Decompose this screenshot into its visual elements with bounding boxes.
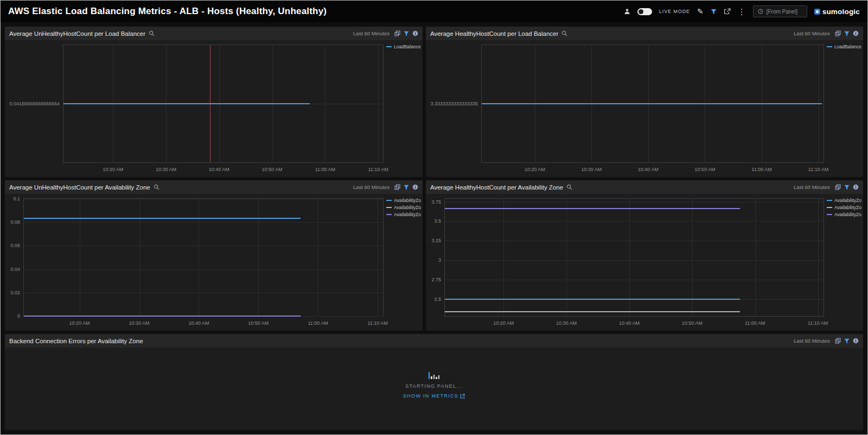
time-range-label: Last 60 Minutes [794, 30, 830, 36]
search-icon[interactable] [561, 30, 567, 36]
sumologic-logo-mark [814, 9, 820, 15]
time-range-input[interactable]: [From Panel] [753, 5, 807, 17]
chart-healthy-per-az[interactable]: 10:20 AM10:30 AM10:40 AM10:50 AM11:00 AM… [426, 194, 863, 331]
chart-unhealthy-per-lb[interactable]: 10:20 AM10:30 AM10:40 AM10:50 AM11:00 AM… [5, 40, 423, 177]
filter-icon[interactable] [711, 9, 717, 15]
legend-item[interactable]: AvailabilityZor [386, 212, 421, 217]
gridline [445, 241, 824, 241]
panel-healthy-hostcount-per-load-balancer: Average HealthyHostCount per Load Balanc… [426, 27, 863, 177]
x-tick-label: 10:20 AM [493, 320, 514, 326]
panel-filter-icon[interactable] [844, 31, 850, 36]
more-menu-icon[interactable]: ⋮ [738, 8, 746, 16]
panel-filter-icon[interactable] [844, 338, 850, 344]
panel-filter-icon[interactable] [404, 185, 409, 190]
panel-filter-icon[interactable] [844, 185, 850, 190]
copy-panel-icon[interactable] [835, 184, 841, 190]
panel-filter-icon[interactable] [404, 31, 409, 36]
panel-header-actions: Last 60 Minutes [353, 30, 418, 36]
copy-panel-icon[interactable] [835, 338, 841, 344]
series-line [24, 316, 301, 317]
gridline [318, 199, 318, 316]
chart-legend: LoadBalancerf [386, 44, 421, 49]
copy-panel-icon[interactable] [394, 184, 400, 190]
x-tick-label: 10:20 AM [69, 320, 90, 326]
legend-item[interactable]: AvailabilityZor [386, 198, 421, 203]
info-icon[interactable] [412, 184, 418, 190]
sumologic-logo: sumologic [814, 8, 860, 16]
legend-item[interactable]: AvailabilityZor [827, 212, 861, 217]
panel-title: Average HealthyHostCount per Availabilit… [430, 184, 563, 191]
y-tick-label: 3.3333333333333335 [430, 101, 478, 106]
panel-header: Average HealthyHostCount per Availabilit… [426, 180, 863, 194]
live-mode-toggle[interactable] [637, 8, 652, 15]
gridline [24, 245, 383, 246]
x-tick-label: 11:00 AM [745, 320, 765, 326]
panel-header-actions: Last 60 Minutes [353, 184, 418, 190]
toggle-knob [639, 9, 643, 14]
info-icon[interactable] [412, 30, 418, 36]
y-tick-label: 3.5 [434, 218, 441, 224]
gridline [445, 280, 824, 280]
plot-area: 10:20 AM10:30 AM10:40 AM10:50 AM11:00 AM… [63, 45, 384, 163]
legend-label: AvailabilityZor [394, 212, 421, 217]
legend-label: AvailabilityZor [394, 205, 421, 210]
sumologic-logo-text: sumologic [822, 8, 860, 16]
x-tick-label: 10:30 AM [581, 167, 602, 172]
legend-item[interactable]: AvailabilityZor [386, 205, 421, 210]
copy-panel-icon[interactable] [835, 30, 841, 36]
legend-item[interactable]: LoadBalancerf [386, 44, 421, 49]
x-tick-label: 10:40 AM [188, 320, 209, 326]
copy-panel-icon[interactable] [394, 30, 400, 36]
gridline [445, 221, 824, 222]
loading-chart-icon [429, 371, 440, 379]
series-line [445, 208, 740, 209]
legend-label: AvailabilityZor [394, 198, 421, 203]
legend-label: LoadBalancerf [394, 44, 421, 49]
info-icon[interactable] [853, 338, 859, 344]
panel-header-actions: Last 60 Minutes [794, 184, 859, 190]
chart-unhealthy-per-az[interactable]: 10:20 AM10:30 AM10:40 AM10:50 AM11:00 AM… [5, 194, 423, 331]
top-bar-controls: LIVE MODE ✎ ⋮ [From Panel] sumologic [624, 5, 860, 17]
panel-grid: Average UnHealthyHostCount per Load Bala… [1, 22, 867, 434]
series-line [445, 299, 740, 300]
x-tick-label: 11:00 AM [315, 167, 335, 172]
x-tick-label: 10:50 AM [682, 320, 703, 326]
gridline [445, 202, 824, 203]
legend-item[interactable]: AvailabilityZor [827, 198, 861, 203]
info-icon[interactable] [853, 184, 859, 190]
time-range-label: Last 60 Minutes [353, 184, 390, 190]
gridline [378, 199, 378, 316]
edit-icon[interactable]: ✎ [697, 8, 704, 15]
dashboard: AWS Elastic Load Balancing Metrics - ALB… [0, 0, 868, 435]
y-tick-label: 0.04 [10, 267, 20, 272]
legend-swatch [386, 207, 392, 208]
user-icon[interactable] [624, 8, 630, 15]
legend-item[interactable]: AvailabilityZor [827, 205, 861, 210]
x-tick-label: 10:30 AM [556, 320, 577, 326]
panel-header-actions: Last 60 Minutes [794, 30, 859, 36]
top-bar: AWS Elastic Load Balancing Metrics - ALB… [1, 1, 867, 22]
y-tick-label: 0 [17, 313, 20, 319]
time-range-value: [From Panel] [767, 9, 797, 15]
series-line [482, 103, 822, 104]
x-tick-label: 11:10 AM [368, 167, 388, 172]
live-mode-label: LIVE MODE [659, 9, 690, 14]
gridline [24, 199, 383, 199]
x-tick-label: 10:20 AM [525, 167, 545, 172]
series-line [445, 311, 740, 312]
share-icon[interactable] [724, 8, 731, 15]
loading-panel-body: STARTING PANEL... SHOW IN METRICS [5, 348, 863, 430]
search-icon[interactable] [566, 184, 572, 190]
chart-healthy-per-lb[interactable]: 10:20 AM10:30 AM10:40 AM10:50 AM11:00 AM… [426, 40, 863, 177]
info-icon[interactable] [853, 30, 859, 36]
legend-item[interactable]: LoadBalancerf [827, 44, 861, 49]
x-tick-label: 11:10 AM [808, 320, 828, 326]
gridline [199, 199, 199, 316]
search-icon[interactable] [149, 30, 155, 36]
legend-swatch [386, 214, 392, 215]
legend-swatch [827, 207, 832, 208]
show-in-metrics-link[interactable]: SHOW IN METRICS [403, 393, 465, 399]
legend-swatch [827, 200, 832, 201]
gridline [24, 293, 383, 293]
search-icon[interactable] [154, 184, 159, 190]
